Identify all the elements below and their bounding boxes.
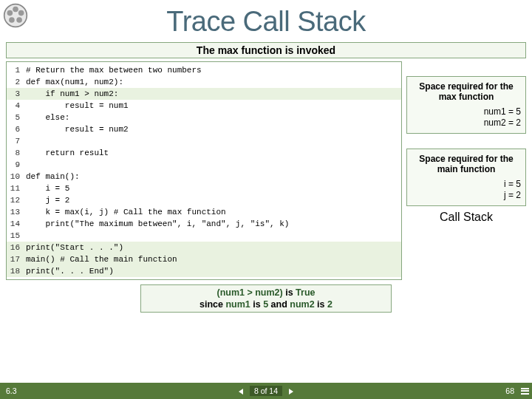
code-line: 9 <box>7 159 401 171</box>
svg-point-1 <box>13 7 18 13</box>
footer-bar: 6.3 8 of 14 68 <box>0 383 532 399</box>
footer-section: 6.3 <box>6 386 17 395</box>
menu-icon[interactable] <box>521 386 529 395</box>
code-panel: 1# Return the max between two numbers2de… <box>6 61 402 280</box>
call-stack-panel: Space required for the max functionnum1 … <box>406 61 526 280</box>
code-line: 7 <box>7 135 401 147</box>
page-indicator: 8 of 14 <box>250 386 282 396</box>
explanation-box: (num1 > num2) is True since num1 is 5 an… <box>140 284 392 313</box>
code-line: 8 return result <box>7 147 401 159</box>
code-line: 5 else: <box>7 112 401 123</box>
code-line: 14 print("The maximum between", i, "and"… <box>7 218 401 230</box>
code-line: 2def max(num1, num2): <box>7 76 401 88</box>
next-icon[interactable] <box>289 389 293 395</box>
subtitle-box: The max function is invoked <box>6 42 526 58</box>
svg-point-5 <box>7 10 13 16</box>
code-line: 12 j = 2 <box>7 194 401 206</box>
code-line: 10def main(): <box>7 171 401 183</box>
footer-pager: 8 of 14 <box>0 386 532 396</box>
code-line: 13 k = max(i, j) # Call the max function <box>7 206 401 218</box>
code-line: 1# Return the max between two numbers <box>7 64 401 76</box>
stack-frame: Space required for the main functioni = … <box>406 149 526 206</box>
code-line: 3 if num1 > num2: <box>7 88 401 100</box>
footer-page-number: 68 <box>505 386 514 395</box>
stack-frame: Space required for the max functionnum1 … <box>406 76 526 134</box>
code-line: 15 <box>7 230 401 242</box>
svg-point-4 <box>9 17 15 23</box>
call-stack-label: Call Stack <box>406 211 526 224</box>
page-title: Trace Call Stack <box>0 6 532 38</box>
code-line: 6 result = num2 <box>7 123 401 135</box>
code-line: 18print(". . . End") <box>7 265 401 277</box>
code-line: 4 result = num1 <box>7 100 401 112</box>
code-line: 17main() # Call the main function <box>7 253 401 265</box>
svg-point-2 <box>18 10 24 16</box>
svg-point-3 <box>16 17 22 23</box>
prev-icon[interactable] <box>239 389 243 395</box>
logo-icon <box>3 3 28 28</box>
code-line: 16print("Start . . .") <box>7 242 401 253</box>
code-line: 11 i = 5 <box>7 183 401 194</box>
